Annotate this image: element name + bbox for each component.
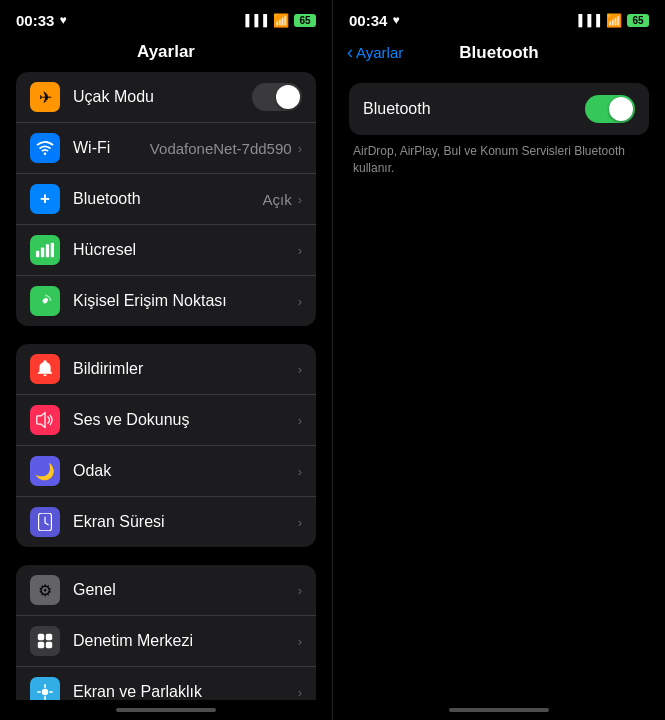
- sidebar-item-hotspot[interactable]: Kişisel Erişim Noktası ›: [16, 276, 316, 326]
- wifi-value: VodafoneNet-7dd590: [150, 140, 292, 157]
- right-status-bar: 00:34 ♥ ▐▐▐ 📶 65: [333, 0, 665, 36]
- notifications-chevron: ›: [298, 362, 302, 377]
- screentime-label: Ekran Süresi: [73, 513, 298, 531]
- svg-rect-0: [36, 251, 39, 258]
- back-button[interactable]: ‹ Ayarlar: [347, 42, 403, 63]
- general-icon: ⚙: [30, 575, 60, 605]
- bluetooth-label: Bluetooth: [73, 190, 262, 208]
- back-chevron-icon: ‹: [347, 42, 353, 63]
- sidebar-item-display[interactable]: Ekran ve Parlaklık ›: [16, 667, 316, 700]
- bluetooth-toggle-row[interactable]: Bluetooth: [349, 83, 649, 135]
- right-battery: 65: [627, 14, 649, 27]
- bluetooth-content: Bluetooth AirDrop, AirPlay, Bul ve Konum…: [333, 73, 665, 187]
- display-chevron: ›: [298, 685, 302, 700]
- wifi-label: Wi-Fi: [73, 139, 150, 157]
- sidebar-item-screentime[interactable]: Ekran Süresi ›: [16, 497, 316, 547]
- left-heart-icon: ♥: [59, 13, 66, 27]
- svg-rect-3: [51, 243, 54, 258]
- wifi-chevron: ›: [298, 141, 302, 156]
- screentime-chevron: ›: [298, 515, 302, 530]
- right-home-indicator: [333, 700, 665, 720]
- cellular-icon: [30, 235, 60, 265]
- svg-rect-1: [41, 248, 44, 258]
- sidebar-item-airplane[interactable]: ✈ Uçak Modu: [16, 72, 316, 123]
- left-signal-icon: ▐▐▐: [242, 14, 268, 26]
- airplane-toggle[interactable]: [252, 83, 302, 111]
- sidebar-item-focus[interactable]: 🌙 Odak ›: [16, 446, 316, 497]
- sidebar-item-wifi[interactable]: Wi-Fi VodafoneNet-7dd590 ›: [16, 123, 316, 174]
- left-status-right: ▐▐▐ 📶 65: [242, 13, 316, 28]
- general-chevron: ›: [298, 583, 302, 598]
- left-time: 00:33 ♥: [16, 12, 67, 29]
- right-panel: 00:34 ♥ ▐▐▐ 📶 65 ‹ Ayarlar Bluetooth Blu…: [332, 0, 665, 720]
- right-nav-title: Bluetooth: [459, 43, 538, 63]
- controlcenter-label: Denetim Merkezi: [73, 632, 298, 650]
- left-settings-content: ✈ Uçak Modu Wi-Fi VodafoneNet-7dd590 › +…: [0, 72, 332, 700]
- sidebar-item-sounds[interactable]: Ses ve Dokunuş ›: [16, 395, 316, 446]
- left-home-bar: [116, 708, 216, 712]
- cellular-chevron: ›: [298, 243, 302, 258]
- svg-rect-2: [46, 244, 49, 257]
- focus-icon: 🌙: [30, 456, 60, 486]
- sidebar-item-cellular[interactable]: Hücresel ›: [16, 225, 316, 276]
- right-time: 00:34 ♥: [349, 12, 400, 29]
- left-panel: 00:33 ♥ ▐▐▐ 📶 65 Ayarlar ✈ Uçak Modu: [0, 0, 332, 720]
- controlcenter-icon: [30, 626, 60, 656]
- airplane-icon: ✈: [30, 82, 60, 112]
- bluetooth-toggle[interactable]: [585, 95, 635, 123]
- sounds-label: Ses ve Dokunuş: [73, 411, 298, 429]
- right-nav-row: ‹ Ayarlar Bluetooth: [333, 36, 665, 73]
- right-heart-icon: ♥: [392, 13, 399, 27]
- bluetooth-note: AirDrop, AirPlay, Bul ve Konum Servisler…: [349, 143, 649, 177]
- bluetooth-value: Açık: [262, 191, 291, 208]
- sounds-icon: [30, 405, 60, 435]
- right-home-bar: [449, 708, 549, 712]
- bluetooth-icon: +: [30, 184, 60, 214]
- left-wifi-icon: 📶: [273, 13, 289, 28]
- general-label: Genel: [73, 581, 298, 599]
- airplane-toggle-thumb: [276, 85, 300, 109]
- back-label[interactable]: Ayarlar: [356, 44, 403, 61]
- bluetooth-chevron: ›: [298, 192, 302, 207]
- bluetooth-toggle-label: Bluetooth: [363, 100, 585, 118]
- hotspot-icon: [30, 286, 60, 316]
- cellular-label: Hücresel: [73, 241, 298, 259]
- focus-label: Odak: [73, 462, 298, 480]
- notifications-label: Bildirimler: [73, 360, 298, 378]
- left-battery: 65: [294, 14, 316, 27]
- settings-group-3: ⚙ Genel › Denetim Merkezi ›: [16, 565, 316, 700]
- sounds-chevron: ›: [298, 413, 302, 428]
- wifi-icon: [30, 133, 60, 163]
- right-wifi-icon: 📶: [606, 13, 622, 28]
- settings-group-1: ✈ Uçak Modu Wi-Fi VodafoneNet-7dd590 › +…: [16, 72, 316, 326]
- display-icon: [30, 677, 60, 700]
- right-status-right: ▐▐▐ 📶 65: [575, 13, 649, 28]
- display-label: Ekran ve Parlaklık: [73, 683, 298, 700]
- hotspot-label: Kişisel Erişim Noktası: [73, 292, 298, 310]
- svg-rect-7: [46, 634, 52, 640]
- sidebar-item-general[interactable]: ⚙ Genel ›: [16, 565, 316, 616]
- sidebar-item-controlcenter[interactable]: Denetim Merkezi ›: [16, 616, 316, 667]
- sidebar-item-bluetooth[interactable]: + Bluetooth Açık ›: [16, 174, 316, 225]
- svg-rect-8: [38, 642, 44, 648]
- svg-rect-9: [46, 642, 52, 648]
- svg-point-10: [42, 689, 48, 695]
- airplane-label: Uçak Modu: [73, 88, 252, 106]
- sidebar-item-notifications[interactable]: Bildirimler ›: [16, 344, 316, 395]
- left-status-bar: 00:33 ♥ ▐▐▐ 📶 65: [0, 0, 332, 36]
- hotspot-chevron: ›: [298, 294, 302, 309]
- right-signal-icon: ▐▐▐: [575, 14, 601, 26]
- settings-group-2: Bildirimler › Ses ve Dokunuş › 🌙 Odak ›: [16, 344, 316, 547]
- controlcenter-chevron: ›: [298, 634, 302, 649]
- left-nav-title: Ayarlar: [0, 36, 332, 72]
- screentime-icon: [30, 507, 60, 537]
- focus-chevron: ›: [298, 464, 302, 479]
- notifications-icon: [30, 354, 60, 384]
- bluetooth-toggle-thumb: [609, 97, 633, 121]
- svg-rect-6: [38, 634, 44, 640]
- left-home-indicator: [0, 700, 332, 720]
